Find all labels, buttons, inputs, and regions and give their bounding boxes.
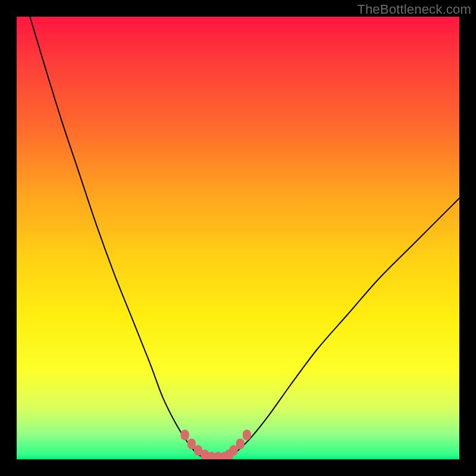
bottleneck-curve-right [229, 198, 459, 457]
chart-svg [17, 17, 459, 459]
curve-marker [243, 430, 251, 440]
chart-frame: TheBottleneck.com [0, 0, 476, 476]
curve-marker [236, 439, 245, 449]
plot-area [17, 17, 459, 459]
marker-group [181, 430, 251, 459]
bottleneck-curve-left [30, 17, 202, 457]
curve-marker [181, 430, 189, 440]
watermark-text: TheBottleneck.com [357, 2, 471, 17]
